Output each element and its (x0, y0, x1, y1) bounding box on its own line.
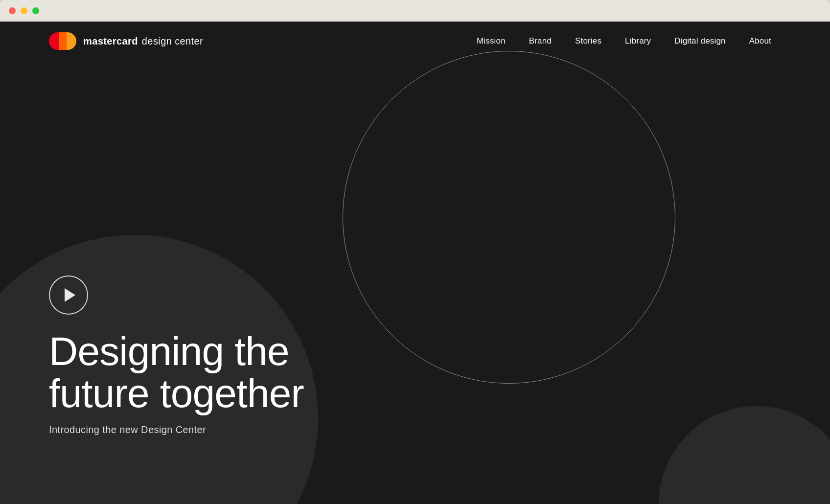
nav-link-brand[interactable]: Brand (529, 36, 552, 46)
logo-tagline: design center (142, 36, 203, 47)
nav-link-stories[interactable]: Stories (575, 36, 601, 46)
play-icon (65, 288, 75, 302)
hero-title-line2: future together (49, 371, 304, 415)
navbar: mastercard design center Mission Brand S… (0, 22, 830, 61)
minimize-button[interactable] (21, 7, 27, 14)
play-button[interactable] (49, 275, 88, 315)
close-button[interactable] (9, 7, 16, 14)
hero-title: Designing the future together (49, 330, 304, 414)
nav-link-about[interactable]: About (749, 36, 771, 46)
hero-title-line1: Designing the (49, 329, 289, 373)
logo-text: mastercard design center (83, 36, 203, 47)
logo-brand-name: mastercard (83, 36, 138, 47)
mc-overlap (59, 32, 67, 50)
hero-subtitle: Introducing the new Design Center (49, 424, 304, 435)
blob-right (659, 406, 830, 504)
logo-area[interactable]: mastercard design center (49, 32, 203, 50)
hero-content: Designing the future together Introducin… (49, 275, 304, 435)
browser-content: mastercard design center Mission Brand S… (0, 22, 830, 504)
mastercard-logo (49, 32, 76, 50)
nav-link-mission[interactable]: Mission (477, 36, 506, 46)
window-chrome (0, 0, 830, 22)
nav-link-library[interactable]: Library (625, 36, 651, 46)
circle-outline-decoration (343, 51, 675, 384)
maximize-button[interactable] (32, 7, 39, 14)
nav-link-digital-design[interactable]: Digital design (674, 36, 725, 46)
nav-links: Mission Brand Stories Library Digital de… (477, 36, 771, 46)
